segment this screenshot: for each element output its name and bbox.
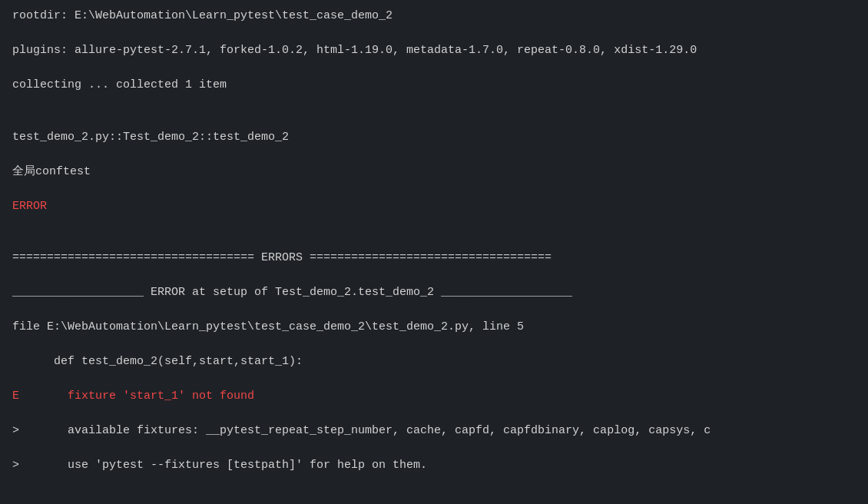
conftest-line: 全局conftest: [12, 164, 856, 181]
use-line: > use 'pytest --fixtures [testpath]' for…: [12, 457, 856, 475]
error-label-line: ERROR: [12, 198, 856, 216]
terminal-output: rootdir: E:\WebAutomation\Learn_pytest\t…: [0, 0, 868, 504]
empty2: [12, 233, 856, 250]
errors-header-line: =================================== ERRO…: [12, 250, 856, 267]
plugins-line: plugins: allure-pytest-2.7.1, forked-1.0…: [12, 42, 856, 60]
collecting-line: collecting ... collected 1 item: [12, 77, 856, 94]
rootdir-line: rootdir: E:\WebAutomation\Learn_pytest\t…: [12, 8, 856, 25]
available-line: > available fixtures: __pytest_repeat_st…: [12, 423, 856, 440]
def-line: def test_demo_2(self,start,start_1):: [12, 353, 856, 371]
error-setup-line: ___________________ ERROR at setup of Te…: [12, 284, 856, 302]
fixture-error-line: E fixture 'start_1' not found: [12, 388, 856, 406]
empty3: [12, 492, 856, 504]
file-line: file E:\WebAutomation\Learn_pytest\test_…: [12, 319, 856, 337]
test-name-line: test_demo_2.py::Test_demo_2::test_demo_2: [12, 129, 856, 147]
empty1: [12, 111, 856, 129]
